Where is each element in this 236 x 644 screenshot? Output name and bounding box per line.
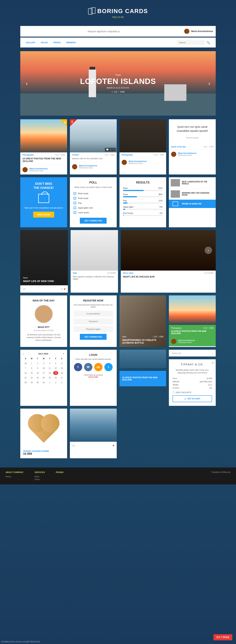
poll-option[interactable]: ✓Pop: [74, 200, 113, 206]
main-search-input[interactable]: [23, 30, 184, 33]
register-button[interactable]: GET CONNECTED: [80, 334, 106, 340]
vk-icon[interactable]: W: [84, 363, 92, 371]
waves-card[interactable]: 112 ♥: [70, 408, 117, 458]
style-card[interactable]: Style 112 ♥2345 New capsule sneakers col…: [71, 230, 118, 293]
list-item[interactable]: BEST LANDSCAPES OF THE WORLD: [169, 177, 216, 188]
close-icon[interactable]: ✕: [63, 352, 64, 355]
cal-day[interactable]: 23: [35, 376, 40, 380]
heart-icon[interactable]: ♥: [64, 288, 66, 290]
cal-day[interactable]: 27: [59, 376, 64, 380]
nav-rules[interactable]: RULES: [41, 42, 48, 44]
cal-day[interactable]: 12: [53, 366, 58, 370]
comment-icon[interactable]: 💬: [106, 148, 109, 151]
email-field[interactable]: [74, 311, 113, 316]
cal-day[interactable]: 8: [29, 366, 34, 370]
cal-day[interactable]: 9: [35, 366, 40, 370]
odnoklassniki-icon[interactable]: ok: [94, 363, 102, 371]
cal-day[interactable]: 15: [29, 371, 34, 375]
cal-day[interactable]: 1: [47, 380, 52, 384]
list-item-promo[interactable]: PROMO IS GOING ON!: [169, 200, 216, 208]
list-item[interactable]: MORNING MIST ON CANADIAN RIVER: [169, 188, 216, 200]
cal-day[interactable]: 24: [41, 376, 46, 380]
cal-day[interactable]: 30: [35, 380, 40, 384]
star-icon[interactable]: ★: [60, 288, 63, 290]
cal-day[interactable]: 5: [53, 362, 58, 365]
card-stats: ☆112 ♡2345: [202, 146, 213, 148]
cal-day[interactable]: 25: [47, 376, 52, 380]
cal-day[interactable]: 16: [35, 371, 40, 375]
contest-card[interactable]: 1 💬 ☆ ♡ Contest ☆112 ♡2345 autumn mist o…: [70, 119, 117, 174]
footer-link[interactable]: Rules: [35, 475, 45, 478]
twitter-icon[interactable]: t: [104, 363, 113, 371]
cal-day[interactable]: 31: [41, 380, 46, 384]
know-more-button[interactable]: KNOW MORE!: [33, 212, 54, 218]
cal-prev[interactable]: ‹: [23, 353, 24, 355]
poll-option[interactable]: ✓Japan glam rock: [74, 206, 113, 210]
cal-day[interactable]: 6: [59, 362, 64, 365]
poll-option[interactable]: ✓Punk music: [74, 196, 113, 200]
green-photo-card[interactable]: Photography ☆112 ♡2345 10 GREAT PHOTOS F…: [169, 296, 216, 347]
cal-day[interactable]: 2: [53, 380, 58, 384]
cal-day[interactable]: 10: [41, 366, 46, 370]
cal-day[interactable]: 30: [23, 362, 28, 365]
smartphone-card[interactable]: Style ☆112 ♡2345 SMARTPHONES VS FABLETS …: [120, 296, 166, 347]
card-desc: New capsule sneakers collection from fam…: [71, 276, 118, 282]
cal-day[interactable]: 11: [47, 366, 52, 370]
news-card[interactable]: News NIGHT LIFE OF NEW YORK 112 ★ ♥: [20, 230, 68, 293]
cal-day[interactable]: 3: [41, 362, 46, 365]
nav-gallery[interactable]: GALLERY: [26, 42, 35, 44]
no-account-text: i don't have an account: [84, 374, 103, 376]
download-template-button[interactable]: 前往下载模板: [213, 634, 232, 640]
footer-link[interactable]: History: [6, 475, 24, 478]
cal-day[interactable]: 1: [29, 362, 34, 365]
poll-option[interactable]: ✓Rock music: [74, 191, 113, 196]
save-favourite[interactable]: SAVE FAVOURITE: [173, 391, 212, 394]
nav-search-input[interactable]: [177, 40, 205, 45]
cal-day[interactable]: 17: [41, 371, 46, 375]
heart-icon[interactable]: ♡: [113, 148, 115, 151]
cal-day[interactable]: 19: [53, 371, 58, 375]
cal-day[interactable]: 2: [35, 362, 40, 365]
poll-option[interactable]: ✓I don't know...: [74, 210, 113, 215]
add-to-cart-button[interactable]: 🛒 GET IN CART: [173, 395, 212, 402]
search-icon[interactable]: 🔍: [206, 41, 210, 44]
password-again-field[interactable]: [74, 326, 113, 332]
water-card[interactable]: [120, 350, 166, 368]
cal-day[interactable]: 18: [47, 371, 52, 375]
heart-icon[interactable]: ♥: [113, 444, 114, 447]
password-field[interactable]: [74, 318, 113, 324]
cal-day[interactable]: 26: [53, 376, 58, 380]
cal-day[interactable]: 7: [23, 366, 28, 370]
user-profile[interactable]: Maria Konstantinova: [184, 29, 213, 34]
slider-prev[interactable]: ‹: [26, 80, 28, 86]
play-next-icon[interactable]: ›: [205, 247, 212, 254]
cal-day[interactable]: 4: [47, 362, 52, 365]
cal-day[interactable]: 28: [23, 380, 28, 384]
nav-prizes[interactable]: PRIZES: [53, 42, 61, 44]
star-icon[interactable]: ☆: [110, 148, 112, 151]
cal-day[interactable]: 13: [59, 366, 64, 370]
photo-card-1[interactable]: ★ Photography ☆112 ♡2345 10 GREAT PHOTOS…: [20, 119, 67, 174]
quote-card[interactable]: Quod vero non ignis sanat insanabilia re…: [169, 119, 216, 174]
nav-winners[interactable]: WINNERS: [66, 42, 76, 44]
slider-next[interactable]: ›: [208, 80, 210, 86]
city-selector[interactable]: Select city ⌄: [169, 350, 216, 356]
footer-link[interactable]: Prizes: [35, 478, 45, 481]
card-desc: autumn mist on the canadian river: [70, 157, 117, 162]
card-stats: ☆112 ♡2345: [153, 336, 164, 338]
music-video-card[interactable]: › Music video ☆112 ♥2345 NIGHT LIFE IN C…: [121, 230, 216, 293]
cal-day[interactable]: 14: [23, 371, 28, 375]
author-name: Maria Konstantinova: [129, 160, 147, 162]
cal-day[interactable]: 22: [29, 376, 34, 380]
photo-card-2[interactable]: Photography ☆112 ♡2345 Maria Konstantino…: [120, 119, 166, 174]
cal-day[interactable]: 29: [29, 380, 34, 384]
use-email-link[interactable]: Use E-mail: [88, 376, 98, 378]
cal-day[interactable]: 20: [59, 371, 64, 375]
charm-product-card[interactable]: TIFFANY GOLDEN CHARM 16 899: [20, 408, 67, 458]
blue-promo-card[interactable]: 10 GREAT PHOTOS FROM THE NEW ZEALAND: [120, 371, 166, 386]
poll-submit-button[interactable]: GET CONNECTED: [80, 218, 106, 224]
close-icon[interactable]: ✕: [211, 361, 214, 364]
cal-day[interactable]: 21: [23, 376, 28, 380]
cal-day[interactable]: 3: [59, 380, 64, 384]
facebook-icon[interactable]: f: [74, 363, 82, 371]
